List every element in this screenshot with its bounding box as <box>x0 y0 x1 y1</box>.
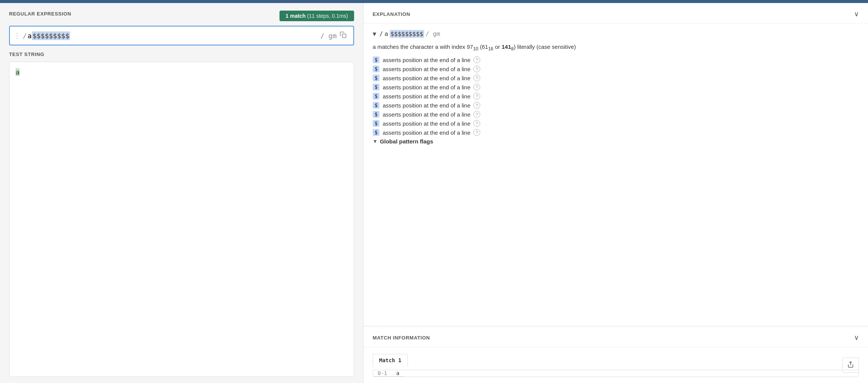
help-icon-1[interactable]: ? <box>473 56 480 63</box>
assertion-item-6: $ asserts position at the end of a line … <box>373 102 859 109</box>
regex-display-chevron: ▼ <box>373 30 376 37</box>
explanation-section: EXPLANATION ∨ ▼ / a $$$$$$$$$ / gm a mat… <box>364 3 868 326</box>
test-string-label: TEST STRING <box>9 51 354 57</box>
dollar-badge-8: $ <box>373 120 379 127</box>
assertion-item-3: $ asserts position at the end of a line … <box>373 75 859 81</box>
regex-display-a: a <box>384 30 388 37</box>
assertion-item-4: $ asserts position at the end of a line … <box>373 84 859 90</box>
test-string-area[interactable]: a <box>9 62 354 377</box>
dollar-badge-7: $ <box>373 111 379 118</box>
match-badge: 1 match (11 steps, 0.1ms) <box>279 11 354 21</box>
regex-display-slash: / <box>379 30 383 37</box>
match-range: 0-1 <box>373 370 392 377</box>
regex-display-line: ▼ / a $$$$$$$$$ / gm <box>373 30 859 38</box>
help-icon-9[interactable]: ? <box>473 129 480 136</box>
main-container: REGULAR EXPRESSION 1 match (11 steps, 0.… <box>0 3 868 383</box>
assertion-item-2: $ asserts position at the end of a line … <box>373 65 859 72</box>
dollar-badge-1: $ <box>373 56 379 63</box>
explanation-label: EXPLANATION <box>373 11 410 17</box>
regex-display-dollars: $$$$$$$$$ <box>390 30 424 38</box>
global-flags-line: ▼ Global pattern flags <box>373 138 859 145</box>
test-string-section: TEST STRING a <box>0 51 363 383</box>
dollar-badge-5: $ <box>373 93 379 100</box>
assertion-item-7: $ asserts position at the end of a line … <box>373 111 859 118</box>
help-icon-5[interactable]: ? <box>473 93 480 100</box>
regex-dollars-highlighted: $$$$$$$$$ <box>32 31 70 40</box>
assertion-item-8: $ asserts position at the end of a line … <box>373 120 859 127</box>
top-bar <box>0 0 868 3</box>
help-icon-2[interactable]: ? <box>473 65 480 72</box>
match-info-content: Match 1 0-1 a <box>364 347 868 383</box>
explanation-body: ▼ / a $$$$$$$$$ / gm a matches the chara… <box>364 24 868 151</box>
assertion-item-9: $ asserts position at the end of a line … <box>373 129 859 136</box>
help-icon-4[interactable]: ? <box>473 84 480 90</box>
match-tab-1[interactable]: Match 1 <box>373 354 408 367</box>
share-button[interactable] <box>842 358 859 373</box>
match-row-line: 0-1 a <box>373 370 859 377</box>
regex-a-literal: a <box>28 32 32 40</box>
dollar-badge-2: $ <box>373 65 379 72</box>
copy-regex-button[interactable] <box>337 30 350 42</box>
char-explanation: a matches the character a with index 971… <box>373 42 859 53</box>
drag-handle-icon: ⋮ <box>14 31 20 40</box>
dollar-badge-4: $ <box>373 84 379 90</box>
match-info-chevron-icon[interactable]: ∨ <box>854 333 859 342</box>
regex-flags: / gm <box>320 32 337 40</box>
left-panel: REGULAR EXPRESSION 1 match (11 steps, 0.… <box>0 3 364 383</box>
regex-open-slash: / <box>23 32 27 40</box>
dollar-badge-3: $ <box>373 75 379 81</box>
dollar-badge-6: $ <box>373 102 379 109</box>
assertion-item-5: $ asserts position at the end of a line … <box>373 93 859 100</box>
match-info-label: MATCH INFORMATION <box>373 335 430 341</box>
regex-input[interactable] <box>70 32 318 40</box>
global-flags-chevron-icon: ▼ <box>373 139 378 144</box>
help-icon-3[interactable]: ? <box>473 75 480 81</box>
regex-section-label: REGULAR EXPRESSION <box>9 11 71 17</box>
right-panel: EXPLANATION ∨ ▼ / a $$$$$$$$$ / gm a mat… <box>364 3 868 383</box>
regex-section: REGULAR EXPRESSION 1 match (11 steps, 0.… <box>0 3 363 51</box>
help-icon-7[interactable]: ? <box>473 111 480 118</box>
help-icon-6[interactable]: ? <box>473 102 480 109</box>
regex-input-wrapper[interactable]: ⋮ / a $$$$$$$$$ / gm <box>9 26 354 45</box>
explanation-chevron-icon[interactable]: ∨ <box>854 10 859 18</box>
svg-rect-0 <box>342 34 346 37</box>
assertions-list: $ asserts position at the end of a line … <box>373 56 859 136</box>
regex-display-flags: / gm <box>426 30 440 37</box>
assertion-item-1: $ asserts position at the end of a line … <box>373 56 859 63</box>
dollar-badge-9: $ <box>373 129 379 136</box>
match-info-header: MATCH INFORMATION ∨ <box>364 327 868 347</box>
explanation-header: EXPLANATION ∨ <box>364 3 868 24</box>
match-info-section: MATCH INFORMATION ∨ Match 1 0-1 a <box>364 326 868 383</box>
global-flags-label: Global pattern flags <box>380 138 433 145</box>
test-match-highlight: a <box>16 68 20 76</box>
match-value: a <box>392 370 404 377</box>
help-icon-8[interactable]: ? <box>473 120 480 127</box>
